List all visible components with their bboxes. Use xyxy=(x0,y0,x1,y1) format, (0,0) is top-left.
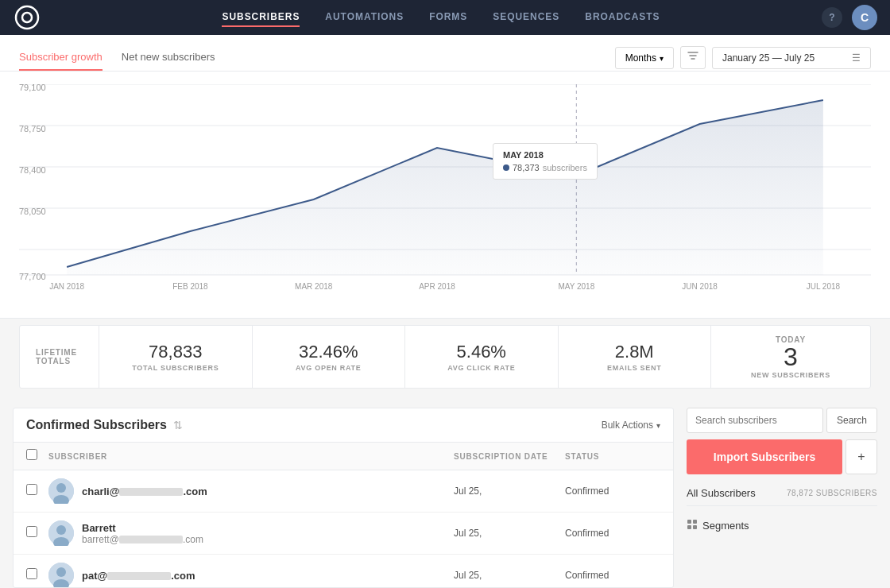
user-avatar[interactable]: C xyxy=(852,5,877,30)
avatar xyxy=(48,563,74,588)
add-subscriber-button[interactable]: + xyxy=(846,439,877,474)
stat-open-rate: 32.46% AVG OPEN RATE xyxy=(253,326,406,388)
subscriber-name: pat@.com xyxy=(82,570,195,582)
row-checkbox[interactable] xyxy=(26,484,37,495)
table-row: charli@.com Jul 25, Confirmed xyxy=(14,470,673,513)
nav-automations[interactable]: AUTOMATIONS xyxy=(325,8,404,27)
chart-section: Subscriber growth Net new subscribers Mo… xyxy=(0,35,890,319)
avatar xyxy=(48,520,74,546)
all-subscribers-count: 78,872 SUBSCRIBERS xyxy=(787,489,877,497)
segments-icon xyxy=(687,519,698,532)
avatar xyxy=(48,478,74,504)
subscribers-panel: Confirmed Subscribers ⇅ Bulk Actions SUB… xyxy=(13,408,674,588)
nav-right: ? C xyxy=(822,5,877,30)
filter-button[interactable] xyxy=(680,46,706,69)
svg-text:78,050: 78,050 xyxy=(19,207,46,216)
tab-subscriber-growth[interactable]: Subscriber growth xyxy=(19,44,103,71)
col-date: SUBSCRIPTION DATE xyxy=(454,452,565,461)
svg-text:MAR 2018: MAR 2018 xyxy=(295,282,333,291)
all-subscribers-label: All Subscribers xyxy=(687,487,756,499)
today-value: 3 xyxy=(784,344,798,369)
stat-emails-label: EMAILS SENT xyxy=(607,364,661,372)
help-button[interactable]: ? xyxy=(822,7,842,28)
sub-status: Confirmed xyxy=(565,570,660,581)
search-button[interactable]: Search xyxy=(826,408,877,433)
subscriber-info: charli@.com xyxy=(48,478,454,504)
chart-controls: Months January 25 — July 25 ☰ xyxy=(615,46,871,69)
email-redacted xyxy=(119,536,183,544)
stat-emails-sent: 2.8M EMAILS SENT xyxy=(559,326,712,388)
chart-area: 79,100 78,750 78,400 78,050 77,700 xyxy=(0,72,890,318)
row-checkbox[interactable] xyxy=(26,568,37,579)
svg-point-29 xyxy=(56,567,66,577)
chart-tabs: Subscriber growth Net new subscribers Mo… xyxy=(0,35,890,72)
svg-rect-32 xyxy=(693,520,697,524)
table-row: Barrett barrett@.com Jul 25, Confirmed xyxy=(14,513,673,555)
chevron-down-icon xyxy=(656,420,660,431)
table-row: pat@.com Jul 25, Confirmed xyxy=(14,555,673,588)
main-content: Subscriber growth Net new subscribers Mo… xyxy=(0,35,890,588)
nav-forms[interactable]: FORMS xyxy=(429,8,467,27)
search-input[interactable] xyxy=(687,408,823,433)
col-status: STATUS xyxy=(565,452,660,461)
row-checkbox[interactable] xyxy=(26,526,37,537)
svg-text:APR 2018: APR 2018 xyxy=(419,282,455,291)
right-sidebar: Search Import Subscribers + All Subscrib… xyxy=(687,408,877,588)
svg-text:JUN 2018: JUN 2018 xyxy=(682,282,718,291)
segments-link[interactable]: Segments xyxy=(687,513,877,539)
stat-click-label: AVG CLICK RATE xyxy=(447,364,515,372)
stats-today: TODAY 3 NEW SUBSCRIBERS xyxy=(711,326,870,388)
subscriber-name: Barrett xyxy=(82,522,203,534)
nav-subscribers[interactable]: SUBSCRIBERS xyxy=(222,8,300,27)
search-row: Search xyxy=(687,408,877,433)
nav-broadcasts[interactable]: BROADCASTS xyxy=(585,8,660,27)
svg-text:JUL 2018: JUL 2018 xyxy=(807,282,841,291)
svg-point-23 xyxy=(56,483,66,493)
date-range-selector[interactable]: January 25 — July 25 ☰ xyxy=(712,47,871,69)
svg-rect-31 xyxy=(687,520,691,524)
col-subscriber: SUBSCRIBER xyxy=(48,452,454,461)
sub-date: Jul 25, xyxy=(454,570,565,581)
bulk-actions-dropdown[interactable]: Bulk Actions xyxy=(602,420,660,431)
subscriber-email: barrett@.com xyxy=(82,534,203,545)
top-navigation: SUBSCRIBERS AUTOMATIONS FORMS SEQUENCES … xyxy=(0,0,890,35)
tab-net-new[interactable]: Net new subscribers xyxy=(122,44,215,71)
stats-bar: LIFETIME TOTALS 78,833 TOTAL SUBSCRIBERS… xyxy=(19,325,871,389)
svg-text:79,100: 79,100 xyxy=(19,84,46,92)
chart-tab-group: Subscriber growth Net new subscribers xyxy=(19,44,234,71)
sub-status: Confirmed xyxy=(565,485,660,497)
nav-links: SUBSCRIBERS AUTOMATIONS FORMS SEQUENCES … xyxy=(60,8,822,27)
svg-text:78,400: 78,400 xyxy=(19,165,46,175)
svg-text:78,750: 78,750 xyxy=(19,124,46,133)
email-redacted xyxy=(107,572,171,580)
import-row: Import Subscribers + xyxy=(687,439,877,474)
segments-label: Segments xyxy=(702,520,749,532)
svg-text:MAY 2018: MAY 2018 xyxy=(558,282,594,291)
stat-click-rate: 5.46% AVG CLICK RATE xyxy=(405,326,559,388)
subscriber-info: Barrett barrett@.com xyxy=(48,520,454,546)
sort-icon[interactable]: ⇅ xyxy=(173,419,183,431)
nav-sequences[interactable]: SEQUENCES xyxy=(493,8,559,27)
stat-total-label: TOTAL SUBSCRIBERS xyxy=(132,364,219,372)
stat-total-subscribers: 78,833 TOTAL SUBSCRIBERS xyxy=(99,326,253,388)
import-subscribers-button[interactable]: Import Subscribers xyxy=(687,439,842,474)
stat-click-value: 5.46% xyxy=(457,342,506,362)
stat-emails-value: 2.8M xyxy=(615,342,654,362)
stat-open-value: 32.46% xyxy=(299,342,358,362)
subscribers-header: Confirmed Subscribers ⇅ Bulk Actions xyxy=(14,408,673,443)
today-sublabel: NEW SUBSCRIBERS xyxy=(751,371,830,379)
chart-graph: 79,100 78,750 78,400 78,050 77,700 xyxy=(19,84,871,291)
subscribers-title: Confirmed Subscribers xyxy=(26,418,167,432)
svg-point-21 xyxy=(573,172,579,179)
sub-date: Jul 25, xyxy=(454,485,565,497)
table-header: SUBSCRIBER SUBSCRIPTION DATE STATUS xyxy=(14,443,673,470)
svg-text:77,700: 77,700 xyxy=(19,272,46,281)
app-logo[interactable] xyxy=(13,3,41,32)
sub-date: Jul 25, xyxy=(454,528,565,539)
all-subscribers-link[interactable]: All Subscribers 78,872 SUBSCRIBERS xyxy=(687,481,877,506)
select-all-checkbox[interactable] xyxy=(26,449,37,460)
bottom-section: Confirmed Subscribers ⇅ Bulk Actions SUB… xyxy=(0,395,890,588)
email-redacted xyxy=(119,488,183,496)
period-selector[interactable]: Months xyxy=(615,47,674,69)
subscriber-name: charli@.com xyxy=(82,485,207,497)
